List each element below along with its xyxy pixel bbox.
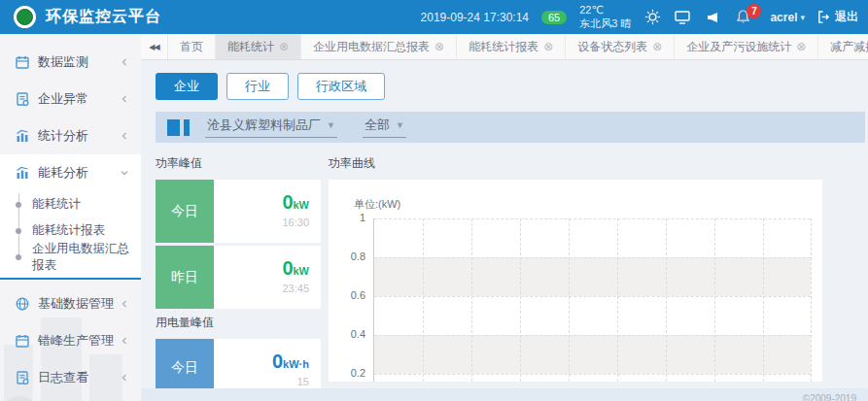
power-peak-yesterday-time: 23:45 (214, 283, 309, 294)
notifications-bell-icon[interactable]: 7 (734, 9, 751, 26)
industry-view-button[interactable]: 行业 (226, 73, 289, 100)
decor-square-icon (184, 119, 190, 136)
gridline (374, 374, 811, 375)
monitor-icon[interactable] (674, 9, 691, 26)
power-peak-title: 功率峰值 (156, 155, 321, 173)
document-gear-icon (16, 92, 29, 106)
sidebar-subitem-energy-statistics[interactable]: 能耗统计 (0, 191, 141, 217)
power-peak-today-unit: kW (294, 199, 310, 211)
tab-energy-report[interactable]: 能耗统计报表 ⊗ (457, 34, 566, 59)
chevron-left-icon (120, 299, 129, 309)
sidebar-item-energy-analysis[interactable]: 能耗分析 (0, 154, 141, 191)
tab-device-status-list[interactable]: 设备状态列表 ⊗ (566, 34, 675, 59)
gridline (374, 335, 811, 336)
watermark-building (89, 354, 122, 401)
tab-energy-statistics[interactable]: 能耗统计 ⊗ (216, 34, 301, 59)
chevron-down-icon (120, 168, 129, 178)
gridline (763, 218, 764, 382)
calendar-icon (16, 55, 29, 69)
temperature: 22℃ (579, 4, 604, 16)
gridline (423, 218, 424, 382)
peak-cards-column: 功率峰值 今日 0kW 16:30 昨日 0kW (156, 155, 321, 397)
watermark-building (4, 345, 33, 401)
chevron-down-icon: ▼ (396, 120, 404, 130)
sidebar-subitem-power-summary-report[interactable]: 企业用电数据汇总报表 (0, 244, 141, 270)
sidebar-submenu: 能耗统计 能耗统计报表 企业用电数据汇总报表 (0, 191, 141, 270)
content-area: 企业 行业 行政区域 沧县义辉塑料制品厂 ▼ 全部 ▼ (141, 60, 868, 401)
app-logo-icon (14, 6, 36, 28)
gridline (666, 218, 667, 382)
sidebar-group-energy-analysis: 能耗分析 能耗统计 能耗统计报表 企业用电数据汇总报表 (0, 154, 141, 280)
sun-weather-icon (643, 9, 661, 26)
y-tick: 0.6 (329, 289, 365, 301)
notification-count-badge: 7 (746, 4, 761, 18)
aqi-badge: 65 (541, 11, 567, 24)
tab-enterprise-pollution-stats[interactable]: 企业及产污设施统计 ⊗ (675, 34, 818, 59)
weather-info: 22℃ 东北风3 晴 (579, 4, 631, 31)
logout-button[interactable]: 退出 (817, 9, 858, 25)
tab-close-icon[interactable]: ⊗ (652, 41, 662, 52)
gridline (811, 218, 812, 382)
energy-peak-today-value: 0 (272, 351, 283, 372)
sidebar-item-enterprise-abnormal[interactable]: 企业异常 (0, 81, 141, 117)
footer-bar: ©2009-2019 (141, 388, 868, 401)
app-window: 环保监控云平台 2019-09-24 17:30:14 65 22℃ 东北风3 … (0, 0, 868, 401)
company-select[interactable]: 沧县义辉塑料制品厂 ▼ (205, 117, 337, 138)
energy-peak-today-unit: kW·h (283, 358, 309, 370)
chevron-down-icon: ▼ (327, 120, 335, 130)
chevron-left-icon (120, 57, 129, 67)
bar-chart-icon (16, 129, 29, 143)
view-switch-buttons: 企业 行业 行政区域 (156, 73, 868, 100)
app-title: 环保监控云平台 (46, 7, 161, 27)
gridline (714, 218, 715, 382)
plot-area (373, 218, 811, 382)
tab-reduction-analysis[interactable]: 减产减排分析 ⊗ (818, 34, 868, 59)
tab-home[interactable]: 首页 (168, 34, 216, 59)
username: acrel (770, 11, 797, 24)
power-peak-yesterday-value: 0 (282, 257, 293, 279)
y-axis-unit-label: 单位:(kW) (354, 197, 400, 212)
gridline (374, 296, 811, 297)
sidebar-item-statistical-analysis[interactable]: 统计分析 (0, 117, 141, 154)
filter-bar: 沧县义辉塑料制品厂 ▼ 全部 ▼ (156, 112, 865, 143)
gridline (520, 218, 521, 382)
power-peak-yesterday-unit: kW (294, 265, 310, 277)
speaker-icon[interactable] (704, 9, 721, 26)
region-view-button[interactable]: 行政区域 (297, 73, 385, 100)
bar-chart-icon (16, 166, 29, 180)
power-peak-today-card: 今日 0kW 16:30 (156, 180, 321, 243)
tabs-scroll-left-button[interactable]: ◀◀ (141, 34, 168, 59)
chevron-left-icon (120, 131, 129, 141)
tab-close-icon[interactable]: ⊗ (434, 41, 444, 52)
tab-close-icon[interactable]: ⊗ (796, 41, 806, 52)
power-peak-today-time: 16:30 (214, 217, 309, 228)
y-tick: 0.4 (329, 328, 365, 340)
bullet-icon (16, 254, 21, 260)
power-curve-panel: 功率曲线 单位:(kW) 1 0.8 0.6 0.4 0.2 (329, 155, 822, 382)
chevron-down-icon: ▾ (800, 13, 805, 22)
decor-square-icon (167, 119, 180, 136)
power-peak-today-value: 0 (282, 191, 293, 213)
globe-icon (16, 297, 29, 311)
header-bar: 环保监控云平台 2019-09-24 17:30:14 65 22℃ 东北风3 … (0, 0, 868, 34)
y-tick: 0.2 (329, 367, 365, 379)
chevron-left-icon (120, 94, 129, 104)
tab-enterprise-power-summary[interactable]: 企业用电数据汇总报表 ⊗ (301, 34, 457, 59)
sidebar-item-data-monitoring[interactable]: 数据监测 (0, 44, 141, 81)
tab-close-icon[interactable]: ⊗ (543, 41, 553, 52)
energy-peak-today-time: 15 (214, 376, 309, 387)
energy-peak-title: 用电量峰值 (156, 315, 321, 332)
gridline (471, 218, 472, 382)
gridline (374, 257, 811, 258)
chevron-left-icon (120, 336, 129, 346)
tab-close-icon[interactable]: ⊗ (279, 41, 289, 52)
power-curve-chart: 单位:(kW) 1 0.8 0.6 0.4 0.2 (329, 180, 822, 382)
sidebar: 数据监测 企业异常 统计分析 能耗分析 (0, 34, 141, 401)
user-menu[interactable]: acrel ▾ (770, 11, 805, 24)
enterprise-view-button[interactable]: 企业 (156, 73, 218, 100)
y-tick: 0.8 (329, 251, 365, 262)
scope-select[interactable]: 全部 ▼ (363, 117, 406, 138)
bullet-icon (16, 228, 21, 234)
tab-bar: ◀◀ 首页 能耗统计 ⊗ 企业用电数据汇总报表 ⊗ 能耗统计报表 ⊗ 设备状态 (141, 34, 868, 60)
gridline (374, 218, 811, 219)
